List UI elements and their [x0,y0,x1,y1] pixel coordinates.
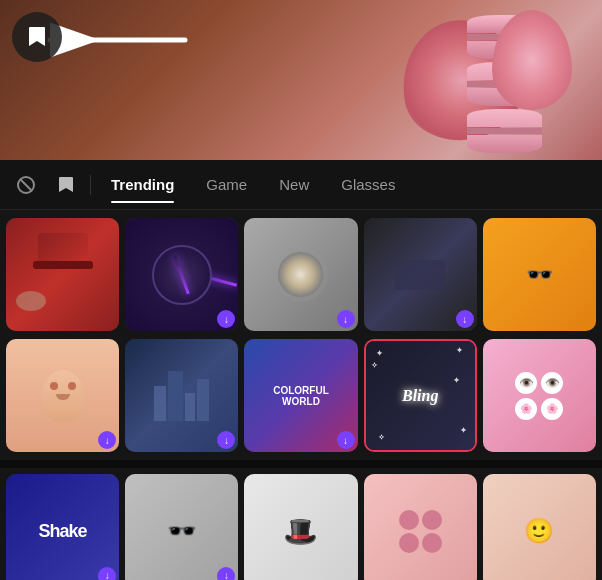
filter-shake[interactable]: Shake ↓ [6,474,119,580]
section-divider [0,460,602,468]
filter-glasses[interactable]: 🕶️ [483,218,596,331]
back-arrow[interactable] [40,22,190,58]
filter-grid-row2: ↓ ↓ COLORFULWORLD ↓ ✦ ✦ ✧ ✦ ✧ [0,339,602,460]
saved-bookmark-icon [58,175,74,195]
lips-thumbnail [364,474,477,580]
top-photo-area [0,0,602,160]
filter-hat[interactable] [6,218,119,331]
glasses-icon: 🕶️ [526,262,553,288]
tab-block-icon[interactable] [8,167,44,203]
tab-new-label: New [279,176,309,193]
download-badge-colorful: ↓ [337,431,355,449]
download-badge-space: ↓ [456,310,474,328]
filter-portrait[interactable]: 🙂 [483,474,596,580]
portrait-thumbnail: 🙂 [483,474,596,580]
filter-flower[interactable]: ↓ [244,218,357,331]
sunglasses-emoji: 🕶️ [167,517,197,545]
filter-grid-row1: ↓ ↓ ↓ 🕶️ [0,210,602,339]
filter-space[interactable]: ↓ [364,218,477,331]
tab-game[interactable]: Game [192,168,261,201]
filter-bling[interactable]: ✦ ✦ ✧ ✦ ✧ ✦ Bling [364,339,477,452]
tab-glasses[interactable]: Glasses [327,168,409,201]
tab-trending-label: Trending [111,176,174,193]
clown-thumbnail: 🎩 [244,474,357,580]
tab-saved-icon[interactable] [48,167,84,203]
block-icon [17,176,35,194]
filter-city[interactable]: ↓ [125,339,238,452]
tab-separator [90,175,91,195]
tab-new[interactable]: New [265,168,323,201]
download-badge-flower: ↓ [337,310,355,328]
sunglasses-thumbnail: 🕶️ [125,474,238,580]
tab-trending[interactable]: Trending [97,168,188,201]
clown-emoji: 🎩 [283,515,318,548]
filter-face[interactable]: ↓ [6,339,119,452]
shake-thumbnail: Shake [6,474,119,580]
filter-colorful[interactable]: COLORFULWORLD ↓ [244,339,357,452]
filter-lips[interactable] [364,474,477,580]
shake-text-label: Shake [39,521,87,542]
colorful-text: COLORFULWORLD [273,385,329,407]
hat-thumbnail [6,218,119,331]
svg-line-3 [20,179,32,191]
bookmark-icon [27,25,47,49]
tab-game-label: Game [206,176,247,193]
filter-grid-row3: Shake ↓ 🕶️ ↓ 🎩 🙂 [0,468,602,580]
tab-glasses-label: Glasses [341,176,395,193]
filter-cute[interactable]: 👁️ 👁️ 🌸 🌸 [483,339,596,452]
glasses-thumbnail: 🕶️ [483,218,596,331]
tab-bar: Trending Game New Glasses [0,160,602,210]
filter-clown[interactable]: 🎩 [244,474,357,580]
bling-text-label: Bling [402,387,438,405]
cute-thumbnail: 👁️ 👁️ 🌸 🌸 [483,339,596,452]
portrait-emoji: 🙂 [524,517,554,545]
bookmark-button[interactable] [12,12,62,62]
bling-thumbnail: ✦ ✦ ✧ ✦ ✧ ✦ Bling [366,341,475,450]
filter-sunglasses[interactable]: 🕶️ ↓ [125,474,238,580]
filter-laser[interactable]: ↓ [125,218,238,331]
